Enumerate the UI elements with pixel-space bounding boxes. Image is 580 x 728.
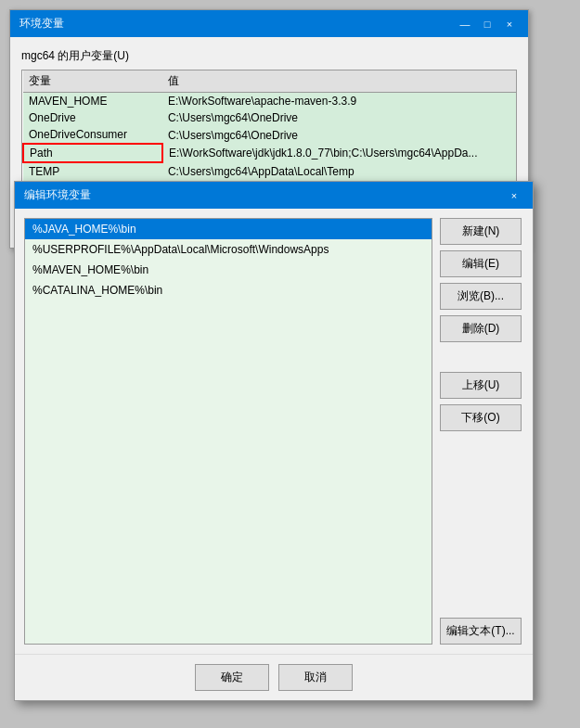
move-down-button[interactable]: 下移(O) (440, 404, 522, 431)
path-list-item[interactable]: %MAVEN_HOME%\bin (25, 260, 432, 280)
path-list-item[interactable]: %USERPROFILE%\AppData\Local\Microsoft\Wi… (25, 239, 432, 260)
env-val-cell: C:\Users\mgc64\OneDrive (162, 126, 516, 144)
user-env-table: 变量 值 MAVEN_HOMEE:\WorkSoftware\apache-ma… (22, 70, 516, 197)
env-val-cell: E:\WorkSoftware\apache-maven-3.3.9 (162, 93, 516, 110)
edit-text-button[interactable]: 编辑文本(T)... (440, 618, 522, 645)
edit-buttons-panel: 新建(N) 编辑(E) 浏览(B)... 删除(D) 上移(U) 下移(O) 编… (440, 218, 523, 645)
path-list-container[interactable]: %JAVA_HOME%\bin%USERPROFILE%\AppData\Loc… (24, 218, 432, 645)
minimize-button[interactable]: — (456, 17, 474, 32)
path-list-item[interactable]: %JAVA_HOME%\bin (25, 219, 432, 239)
edit-button[interactable]: 编辑(E) (440, 250, 522, 277)
env-val-cell: C:\Users\mgc64\OneDrive (162, 109, 516, 126)
edit-close-button[interactable]: × (505, 188, 523, 203)
env-var-cell: MAVEN_HOME (23, 93, 162, 110)
cancel-button[interactable]: 取消 (278, 664, 353, 691)
env-var-cell: Path (23, 144, 162, 162)
edit-dialog: 编辑环境变量 × %JAVA_HOME%\bin%USERPROFILE%\Ap… (14, 181, 534, 701)
path-list: %JAVA_HOME%\bin%USERPROFILE%\AppData\Loc… (25, 219, 432, 300)
titlebar-controls: — □ × (456, 17, 519, 32)
browse-button[interactable]: 浏览(B)... (440, 283, 522, 310)
edit-title: 编辑环境变量 (24, 187, 91, 203)
close-button[interactable]: × (500, 17, 519, 32)
env-var-cell: OneDrive (23, 109, 162, 126)
maximize-button[interactable]: □ (478, 17, 496, 32)
dialog-footer: 确定 取消 (15, 654, 533, 700)
env-var-cell: OneDriveConsumer (23, 126, 162, 144)
edit-titlebar: 编辑环境变量 × (15, 182, 533, 209)
move-up-button[interactable]: 上移(U) (440, 372, 522, 399)
env-titlebar: 环境变量 — □ × (10, 10, 528, 37)
env-val-cell: C:\Users\mgc64\AppData\Local\Temp (162, 162, 516, 180)
edit-titlebar-controls: × (505, 188, 523, 203)
env-var-cell: TEMP (23, 162, 162, 180)
edit-dialog-content: %JAVA_HOME%\bin%USERPROFILE%\AppData\Loc… (15, 209, 533, 654)
new-button[interactable]: 新建(N) (440, 218, 522, 245)
user-section-label: mgc64 的用户变量(U) (21, 48, 517, 64)
env-title: 环境变量 (19, 16, 64, 32)
col-var: 变量 (23, 70, 162, 93)
path-list-item[interactable]: %CATALINA_HOME%\bin (25, 280, 432, 300)
col-val: 值 (162, 70, 516, 93)
ok-button[interactable]: 确定 (195, 664, 269, 691)
delete-button[interactable]: 删除(D) (440, 315, 522, 342)
env-val-cell: E:\WorkSoftware\jdk\jdk1.8.0_77\bin;C:\U… (162, 144, 516, 162)
